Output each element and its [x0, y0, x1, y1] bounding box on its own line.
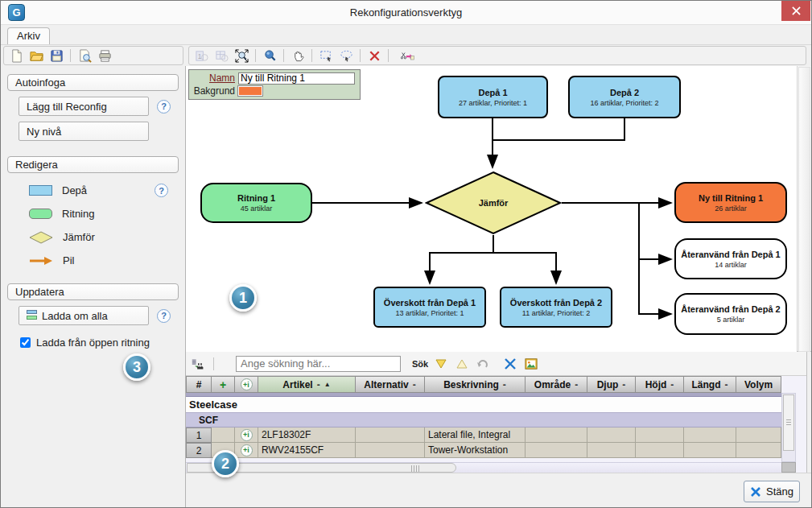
- pan-hand-icon[interactable]: [289, 47, 307, 64]
- menu-bar: Arkiv: [1, 25, 811, 44]
- name-input[interactable]: [238, 72, 355, 85]
- cell-beskrivning: Lateral file, Integral: [425, 427, 526, 443]
- select-lasso-icon[interactable]: [337, 47, 355, 64]
- search-input[interactable]: [236, 356, 401, 372]
- save-icon[interactable]: [47, 47, 65, 64]
- node-ny-till-ritning-1[interactable]: Ny till Ritning 1 26 artiklar: [674, 182, 787, 223]
- header-beskrivning[interactable]: Beskrivning-: [425, 376, 526, 393]
- zoom-extents-icon[interactable]: [233, 47, 250, 64]
- zoom-fit-icon[interactable]: [212, 47, 230, 64]
- undo-icon[interactable]: [475, 356, 491, 372]
- table-row[interactable]: 1 +i 2LF18302F Lateral file, Integral: [186, 427, 806, 443]
- diagram-vertical-scrollbar[interactable]: [797, 66, 811, 351]
- cell-add-info[interactable]: +i: [235, 427, 258, 443]
- clear-search-icon[interactable]: [502, 356, 518, 372]
- depot-shape-icon: [29, 185, 52, 196]
- node-overskott-fran-depa-2[interactable]: Överskott från Depå 2 11 artiklar, Prior…: [500, 287, 612, 328]
- image-icon[interactable]: [523, 356, 539, 372]
- header-add-info[interactable]: +i: [235, 376, 258, 393]
- node-jamfor[interactable]: Jämför: [425, 171, 562, 235]
- close-button[interactable]: [781, 1, 810, 21]
- reload-all-icon: [27, 310, 37, 321]
- button-label: Ladda om alla: [42, 310, 108, 322]
- print-icon[interactable]: [96, 47, 113, 64]
- table-vertical-scrollbar[interactable]: [781, 393, 796, 462]
- title-bar: G Rekonfigurationsverktyg: [1, 1, 811, 25]
- lagg-till-reconfig-button[interactable]: Lägg till Reconfig: [19, 97, 149, 116]
- cell-omrade: [526, 427, 587, 443]
- zoom-actual-icon[interactable]: 1: [192, 47, 210, 64]
- export-to-factory-icon[interactable]: [190, 356, 206, 372]
- diamond-shape-icon: [29, 231, 53, 244]
- node-depa-1[interactable]: Depå 1 27 artiklar, Prioritet: 1: [438, 76, 548, 118]
- node-overskott-fran-depa-1[interactable]: Överskott från Depå 1 13 artiklar, Prior…: [373, 287, 486, 328]
- ny-niva-button[interactable]: Ny nivå: [19, 122, 149, 141]
- header-add-row[interactable]: +: [212, 376, 235, 393]
- table-row[interactable]: 2 +i RWV24155CF Tower-Workstation: [186, 443, 806, 458]
- cell-omrade: [526, 443, 587, 458]
- header-hojd[interactable]: Höjd-: [636, 376, 684, 393]
- toolbar-row: 1: [1, 44, 811, 66]
- annotation-badge-2: 2: [212, 450, 239, 477]
- header-langd[interactable]: Längd-: [684, 376, 736, 393]
- header-alternativ[interactable]: Alternativ-: [356, 376, 425, 393]
- node-depa-2[interactable]: Depå 2 16 artiklar, Prioritet: 2: [568, 76, 681, 118]
- header-artikel[interactable]: Artikel-▲: [258, 376, 356, 393]
- help-icon[interactable]: ?: [157, 309, 171, 323]
- header-omrade[interactable]: Område-: [526, 376, 587, 393]
- button-label: Stäng: [766, 485, 793, 498]
- toolbar-separator: [70, 49, 71, 62]
- help-icon[interactable]: ?: [157, 100, 171, 114]
- filter-up-icon[interactable]: [454, 356, 470, 372]
- diagram-canvas[interactable]: Depå 1 27 artiklar, Prioritet: 1 Depå 2 …: [186, 66, 797, 352]
- cut-to-drawing-icon[interactable]: [394, 47, 421, 64]
- delete-icon[interactable]: [365, 47, 383, 64]
- cell-langd: [684, 443, 736, 458]
- annotation-badge-3: 3: [123, 353, 150, 381]
- add-icon: +: [220, 379, 226, 390]
- open-folder-icon[interactable]: [27, 47, 45, 64]
- cell-add-info[interactable]: +i: [235, 443, 258, 458]
- cell-alternativ: [356, 443, 425, 458]
- search-button[interactable]: Sök: [412, 359, 428, 369]
- node-ritning-1[interactable]: Ritning 1 45 artiklar: [200, 183, 312, 223]
- table-horizontal-scrollbar[interactable]: [186, 462, 781, 473]
- header-djup[interactable]: Djup-: [587, 376, 636, 393]
- ladda-om-alla-button[interactable]: Ladda om alla: [19, 306, 149, 325]
- article-grid: # + +i Artikel-▲ Alternativ- Beskrivning…: [186, 376, 806, 473]
- diagram-toolbar: 1: [188, 46, 806, 65]
- menu-arkiv[interactable]: Arkiv: [7, 27, 50, 44]
- header-volym[interactable]: Volym: [736, 376, 781, 393]
- cell-alternativ: [356, 427, 425, 443]
- zoom-window-icon[interactable]: [261, 47, 278, 64]
- diagram-area: Depå 1 27 artiklar, Prioritet: 1 Depå 2 …: [186, 66, 811, 352]
- toolbar-separator: [213, 357, 214, 370]
- palette-item-depa[interactable]: Depå ?: [29, 184, 185, 196]
- group-header-redigera: Redigera: [7, 156, 179, 173]
- palette-item-jamfor[interactable]: Jämför: [29, 231, 185, 243]
- palette-item-ritning[interactable]: Ritning: [29, 208, 185, 220]
- row-number: 2: [186, 443, 212, 458]
- cell-volym: [736, 427, 781, 443]
- background-color-swatch[interactable]: [238, 86, 262, 96]
- print-preview-icon[interactable]: [76, 47, 93, 64]
- subgroup-row-scf[interactable]: SCF: [186, 413, 781, 427]
- arrow-shape-icon: [29, 256, 53, 266]
- new-document-icon[interactable]: [7, 47, 25, 64]
- group-header-autoinfoga: Autoinfoga: [7, 74, 179, 91]
- cell-langd: [684, 427, 736, 443]
- row-number: 1: [186, 427, 212, 443]
- ladda-fran-oppen-ritning-checkbox[interactable]: [20, 337, 31, 348]
- select-rectangle-icon[interactable]: [317, 47, 335, 64]
- help-icon[interactable]: ?: [155, 184, 168, 197]
- node-ateranvand-fran-depa-1[interactable]: Återanvänd från Depå 1 14 artiklar: [674, 238, 787, 279]
- app-window: G Rekonfigurationsverktyg Arkiv 1: [0, 0, 812, 508]
- toolbar-separator: [283, 49, 284, 62]
- palette-item-pil[interactable]: Pil: [29, 254, 185, 266]
- header-num[interactable]: #: [186, 376, 212, 393]
- toolbar-separator: [360, 49, 361, 62]
- group-row-steelcase[interactable]: Steelcase: [186, 397, 781, 413]
- stang-close-button[interactable]: Stäng: [744, 481, 800, 502]
- filter-down-icon[interactable]: [433, 356, 449, 372]
- node-ateranvand-fran-depa-2[interactable]: Återanvänd från Depå 2 5 artiklar: [674, 293, 787, 335]
